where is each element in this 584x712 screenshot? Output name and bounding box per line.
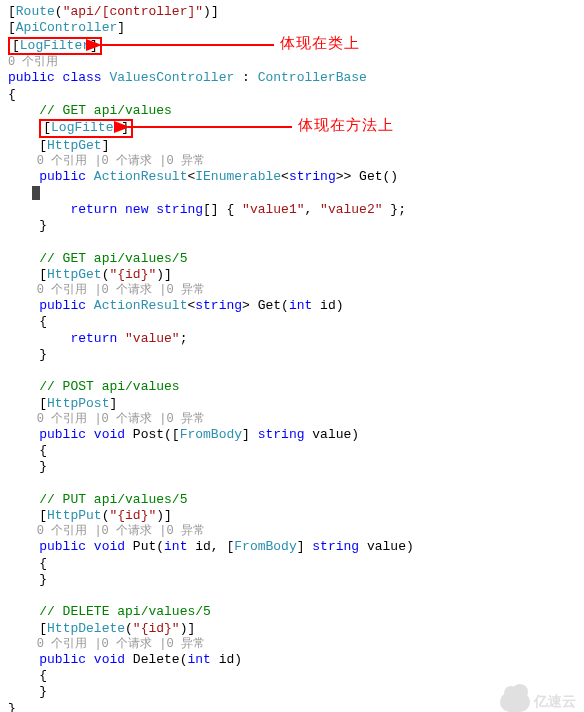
- watermark: 亿速云: [500, 689, 576, 712]
- logfilter-attr: LogFilter: [20, 38, 90, 53]
- method-signature: public void Put(int id, [FromBody] strin…: [8, 539, 576, 555]
- codelens-text: 0 个引用 |0 个请求 |0 异常: [37, 154, 205, 168]
- method-name: Post([: [125, 427, 180, 442]
- method-signature: public ActionResult<IEnumerable<string>>…: [8, 169, 576, 185]
- codelens-text: 0 个引用 |0 个请求 |0 异常: [37, 524, 205, 538]
- paren-close: )]: [180, 621, 196, 636]
- method-name: Put(: [125, 539, 164, 554]
- text-cursor: [32, 186, 40, 200]
- bracket-close: ]: [102, 138, 110, 153]
- keyword-public: public: [39, 652, 94, 667]
- method-signature: public void Delete(int id): [8, 652, 576, 668]
- brace-close: }: [8, 459, 576, 475]
- type-actionresult: ActionResult: [94, 298, 188, 313]
- blank-line: [8, 476, 576, 492]
- return-line: return "value";: [8, 331, 576, 347]
- brace-open: {: [8, 668, 576, 684]
- bracket-open: [: [39, 621, 47, 636]
- route-template: "{id}": [133, 621, 180, 636]
- brace-open: {: [8, 314, 576, 330]
- method-name: Delete(: [125, 652, 187, 667]
- string-value2: "value2": [320, 202, 382, 217]
- angle: <: [281, 169, 289, 184]
- bracket-open: [: [39, 508, 47, 523]
- keyword-return: return: [70, 202, 125, 217]
- comment-text: // PUT api/values/5: [39, 492, 187, 507]
- comment-line: // GET api/values: [8, 103, 576, 119]
- string-value1: "value1": [242, 202, 304, 217]
- keyword-string: string: [289, 169, 336, 184]
- class-name: ValuesController: [109, 70, 234, 85]
- route-string: "api/[controller]": [63, 4, 203, 19]
- brace-open: {: [8, 87, 576, 103]
- brace-close: }: [8, 218, 576, 234]
- param-end: id): [211, 652, 242, 667]
- codelens: 0 个引用 |0 个请求 |0 异常: [8, 524, 576, 539]
- codelens: 0 个引用 |0 个请求 |0 异常: [8, 637, 576, 652]
- bracket-open: [: [39, 138, 47, 153]
- frombody-attr: FromBody: [234, 539, 296, 554]
- codelens-text: 0 个引用 |0 个请求 |0 异常: [37, 283, 205, 297]
- comment-text: // POST api/values: [39, 379, 179, 394]
- type-ienumerable: IEnumerable: [195, 169, 281, 184]
- paren: (: [55, 4, 63, 19]
- class-declaration: public class ValuesController : Controll…: [8, 70, 576, 86]
- keyword-return: return: [70, 331, 125, 346]
- logfilter-method-highlight: [LogFilter]: [39, 119, 133, 138]
- annotation-class-level: 体现在类上: [280, 34, 360, 53]
- codelens-text: 0 个引用 |0 个请求 |0 异常: [37, 412, 205, 426]
- paren: (: [125, 621, 133, 636]
- keyword-int: int: [164, 539, 187, 554]
- keyword-public: public: [39, 539, 94, 554]
- code-line: [HttpDelete("{id}")]: [8, 621, 576, 637]
- base-class: ControllerBase: [258, 70, 367, 85]
- comment-line: // PUT api/values/5: [8, 492, 576, 508]
- keyword-string: string: [312, 539, 359, 554]
- string-value: "value": [125, 331, 180, 346]
- keyword-int: int: [289, 298, 312, 313]
- bracket-close: ]: [117, 20, 125, 35]
- brace-close: }: [8, 684, 576, 700]
- brace-open: {: [8, 443, 576, 459]
- keyword-new: new: [125, 202, 156, 217]
- colon: :: [234, 70, 257, 85]
- keyword-string: string: [195, 298, 242, 313]
- keyword-void: void: [94, 652, 125, 667]
- codelens: 0 个引用 |0 个请求 |0 异常: [8, 283, 576, 298]
- bracket-open: [: [39, 396, 47, 411]
- httpget-attr: HttpGet: [47, 138, 102, 153]
- code-line: [HttpPut("{id}")]: [8, 508, 576, 524]
- keyword-public: public: [39, 169, 94, 184]
- keyword-public: public: [39, 427, 94, 442]
- paren-close: )]: [203, 4, 219, 19]
- param-end: value): [359, 539, 414, 554]
- httpdelete-attr: HttpDelete: [47, 621, 125, 636]
- keyword-string: string: [156, 202, 203, 217]
- bracket-open: [: [43, 120, 51, 135]
- array-end: };: [383, 202, 406, 217]
- type-actionresult: ActionResult: [94, 169, 188, 184]
- bracket-open: [: [12, 38, 20, 53]
- keyword-public-class: public class: [8, 70, 109, 85]
- method-mid: > Get(: [242, 298, 289, 313]
- paren-close: )]: [156, 267, 172, 282]
- method-signature: public ActionResult<string> Get(int id): [8, 298, 576, 314]
- route-attr-name: Route: [16, 4, 55, 19]
- apicontroller-attr: ApiController: [16, 20, 117, 35]
- paren-close: )]: [156, 508, 172, 523]
- brace-close: }: [8, 347, 576, 363]
- logfilter-attr: LogFilter: [51, 120, 121, 135]
- blank-line: [8, 363, 576, 379]
- blank-line: [8, 588, 576, 604]
- semicolon: ;: [180, 331, 188, 346]
- method-signature: public void Post([FromBody] string value…: [8, 427, 576, 443]
- codelens: 0 个引用: [8, 55, 576, 70]
- route-template: "{id}": [109, 267, 156, 282]
- method-end: id): [312, 298, 343, 313]
- bracket-open: [: [39, 267, 47, 282]
- codelens-text: 0 个引用 |0 个请求 |0 异常: [37, 637, 205, 651]
- keyword-public: public: [39, 298, 94, 313]
- comment-line: // POST api/values: [8, 379, 576, 395]
- bracket: ]: [297, 539, 313, 554]
- brace-close: }: [8, 572, 576, 588]
